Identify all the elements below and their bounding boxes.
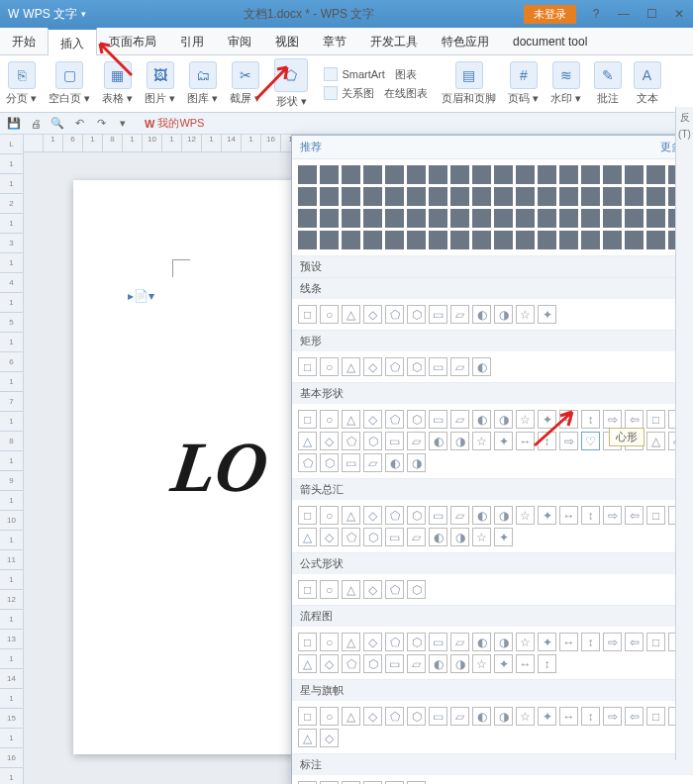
shape-item[interactable]: ◑ <box>494 305 513 324</box>
shape-item[interactable] <box>625 165 644 184</box>
shape-item[interactable]: ◑ <box>494 633 513 651</box>
shape-item[interactable] <box>407 209 426 228</box>
shape-item[interactable]: ◇ <box>363 410 382 429</box>
shape-item[interactable]: ✦ <box>538 410 556 429</box>
shape-item[interactable]: ☆ <box>516 305 535 324</box>
shape-item[interactable] <box>385 187 404 206</box>
shape-item[interactable] <box>385 209 404 228</box>
shape-item[interactable] <box>581 231 600 249</box>
shape-item[interactable]: ⬠ <box>385 580 404 599</box>
shape-item[interactable]: ◇ <box>363 506 382 525</box>
qat-save-icon[interactable]: 💾 <box>6 116 22 132</box>
shape-item[interactable] <box>363 209 382 228</box>
shape-item[interactable] <box>581 187 600 206</box>
shape-item[interactable]: ◇ <box>363 357 382 376</box>
shape-item[interactable]: ✦ <box>494 432 513 450</box>
shape-item[interactable]: ✦ <box>538 506 556 525</box>
shape-item[interactable]: ⇦ <box>625 410 644 429</box>
shape-item[interactable] <box>538 231 556 249</box>
shape-item[interactable] <box>559 209 578 228</box>
tab-document-tool[interactable]: document tool <box>501 28 599 54</box>
shape-item[interactable] <box>342 165 360 184</box>
shape-item[interactable]: ⇨ <box>603 506 622 525</box>
shape-item[interactable]: □ <box>298 506 317 525</box>
shape-item[interactable]: ⇨ <box>603 410 622 429</box>
shape-item[interactable]: △ <box>646 432 665 450</box>
ribbon-relation[interactable]: 关系图在线图表 <box>320 85 432 102</box>
shape-item[interactable]: ◇ <box>363 305 382 324</box>
shape-item[interactable]: □ <box>298 305 317 324</box>
shape-item[interactable] <box>538 187 556 206</box>
shape-item[interactable]: ⬡ <box>363 432 382 450</box>
shape-item[interactable]: ✦ <box>494 654 513 673</box>
shape-item[interactable]: ▱ <box>450 506 469 525</box>
shape-item[interactable] <box>494 187 513 206</box>
qat-more-icon[interactable]: ▾ <box>115 116 131 132</box>
shape-item[interactable]: ◇ <box>320 528 339 546</box>
shape-item[interactable]: ⬠ <box>385 633 404 651</box>
shape-item[interactable] <box>472 165 491 184</box>
shape-item[interactable] <box>472 209 491 228</box>
shape-item[interactable] <box>603 231 622 249</box>
shape-item[interactable]: ☆ <box>516 707 535 726</box>
shape-item[interactable] <box>646 231 665 249</box>
shape-item[interactable] <box>363 187 382 206</box>
shape-item[interactable] <box>538 165 556 184</box>
shape-item[interactable]: ◇ <box>363 580 382 599</box>
shape-item[interactable] <box>450 231 469 249</box>
shape-item[interactable] <box>429 209 447 228</box>
shape-item[interactable]: ◐ <box>429 654 447 673</box>
shape-item[interactable]: ▭ <box>385 432 404 450</box>
shape-item[interactable] <box>625 187 644 206</box>
rightbar-item[interactable]: 反 <box>680 111 690 125</box>
qat-redo-icon[interactable]: ↷ <box>93 116 109 132</box>
ribbon-header-footer[interactable]: ▤页眉和页脚 <box>436 61 502 106</box>
shape-item[interactable] <box>298 231 317 249</box>
shape-item[interactable]: ○ <box>320 357 339 376</box>
shape-item[interactable]: □ <box>298 707 317 726</box>
ribbon-table[interactable]: ▦表格 ▾ <box>96 61 139 106</box>
tab-devtools[interactable]: 开发工具 <box>358 28 430 54</box>
shape-item[interactable] <box>625 209 644 228</box>
close-icon[interactable]: ✕ <box>665 0 693 28</box>
shape-item[interactable]: △ <box>342 357 360 376</box>
shape-item[interactable] <box>298 165 317 184</box>
login-badge[interactable]: 未登录 <box>524 5 576 24</box>
shape-item[interactable]: ⬠ <box>385 707 404 726</box>
shape-item[interactable] <box>494 209 513 228</box>
minimize-icon[interactable]: — <box>610 0 638 28</box>
shape-item[interactable]: △ <box>342 707 360 726</box>
shape-item[interactable] <box>407 165 426 184</box>
shape-item[interactable] <box>472 231 491 249</box>
shape-item[interactable] <box>603 209 622 228</box>
shape-item[interactable] <box>559 187 578 206</box>
qat-undo-icon[interactable]: ↶ <box>71 116 87 132</box>
tab-chapter[interactable]: 章节 <box>311 28 358 54</box>
shape-item[interactable] <box>320 209 339 228</box>
shape-item[interactable]: ▭ <box>385 528 404 546</box>
shape-item[interactable] <box>450 165 469 184</box>
shape-item[interactable] <box>559 231 578 249</box>
shape-item[interactable] <box>646 165 665 184</box>
shape-item[interactable]: □ <box>646 633 665 651</box>
ribbon-smartart[interactable]: SmartArt图表 <box>320 66 432 83</box>
shape-item[interactable]: ☆ <box>516 410 535 429</box>
shape-item[interactable]: ↕ <box>538 654 556 673</box>
tab-review[interactable]: 审阅 <box>216 28 263 54</box>
shape-item[interactable]: ▱ <box>450 410 469 429</box>
ribbon-comment[interactable]: ✎批注 <box>588 61 628 106</box>
shape-item[interactable]: ⬡ <box>407 707 426 726</box>
shape-item[interactable]: ⬡ <box>407 633 426 651</box>
shape-item[interactable]: □ <box>298 357 317 376</box>
ribbon-gallery[interactable]: 🗂图库 ▾ <box>181 61 224 106</box>
shape-item[interactable]: ✦ <box>538 305 556 324</box>
shape-item[interactable] <box>603 165 622 184</box>
shape-item[interactable]: ⬡ <box>363 528 382 546</box>
shape-item[interactable] <box>407 231 426 249</box>
shape-item[interactable]: ◐ <box>429 432 447 450</box>
shape-item[interactable]: ⇦ <box>625 633 644 651</box>
tab-special[interactable]: 特色应用 <box>430 28 501 54</box>
qat-print-icon[interactable]: 🖨 <box>28 116 44 132</box>
shape-item[interactable]: ▭ <box>429 633 447 651</box>
shape-item[interactable] <box>342 209 360 228</box>
